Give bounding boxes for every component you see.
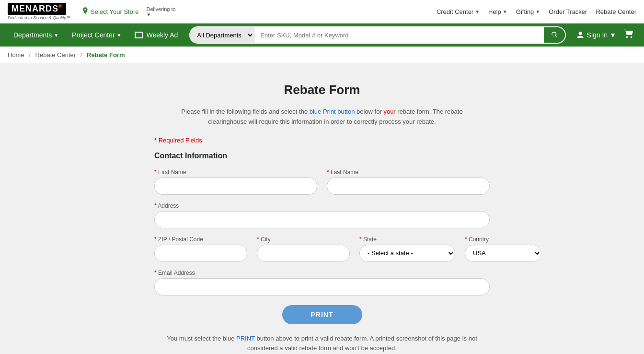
- city-input[interactable]: [257, 245, 350, 262]
- last-name-group: * Last Name: [327, 169, 490, 195]
- order-tracker-link[interactable]: Order Tracker: [549, 8, 587, 15]
- last-name-input[interactable]: [327, 177, 490, 195]
- top-right-links: Credit Center ▼ Help ▼ Gifting ▼ Order T…: [437, 8, 636, 15]
- email-label: * Email Address: [154, 270, 490, 276]
- required-fields-note: * Required Fields: [154, 137, 490, 144]
- credit-center-link[interactable]: Credit Center ▼: [437, 8, 480, 15]
- chevron-down-icon: ▼: [117, 33, 122, 38]
- logo-tagline: Dedicated to Service & Quality™: [8, 15, 70, 20]
- name-row: * First Name * Last Name: [154, 169, 490, 195]
- rebate-center-link[interactable]: Rebate Center: [596, 8, 636, 15]
- form-description: Please fill in the following fields and …: [154, 107, 490, 127]
- breadcrumb-rebate-center[interactable]: Rebate Center: [35, 51, 76, 59]
- store-select[interactable]: Select Your Store: [82, 7, 138, 16]
- search-input[interactable]: [254, 27, 543, 43]
- breadcrumb-current: Rebate Form: [87, 51, 125, 59]
- gifting-link[interactable]: Gifting ▼: [516, 8, 540, 15]
- weekly-ad-icon: [135, 32, 143, 38]
- form-footer-note: You must select the blue PRINT button ab…: [154, 334, 490, 354]
- last-name-label: * Last Name: [327, 169, 490, 176]
- search-button[interactable]: [544, 27, 565, 43]
- breadcrumb: Home / Rebate Center / Rebate Form: [0, 47, 644, 63]
- logo-area: MENARDS® Dedicated to Service & Quality™: [8, 3, 70, 20]
- chevron-down-icon: ▼: [503, 9, 507, 14]
- weekly-ad-nav[interactable]: Weekly Ad: [129, 24, 184, 47]
- country-select[interactable]: USA Canada: [465, 245, 541, 262]
- state-group: * State - Select a state - Alabama Alask…: [359, 236, 455, 262]
- first-name-label: * First Name: [154, 169, 317, 176]
- form-container: Rebate Form Please fill in the following…: [135, 73, 509, 354]
- sign-in-button[interactable]: Sign In ▼: [572, 30, 620, 40]
- chevron-down-icon: ▼: [54, 33, 58, 38]
- city-label: * City: [257, 236, 350, 243]
- print-button[interactable]: PRINT: [282, 305, 362, 324]
- email-input[interactable]: [154, 278, 490, 295]
- country-group: * Country USA Canada: [465, 236, 541, 262]
- zip-input[interactable]: [154, 245, 247, 262]
- chevron-down-icon: ▼: [475, 9, 480, 14]
- chevron-down-icon: ▼: [535, 9, 540, 14]
- top-bar: MENARDS® Dedicated to Service & Quality™…: [0, 0, 644, 24]
- logo: MENARDS®: [8, 3, 66, 15]
- zip-group: * ZIP / Postal Code: [154, 236, 247, 262]
- city-group: * City: [257, 236, 350, 262]
- help-link[interactable]: Help ▼: [488, 8, 507, 15]
- address-input[interactable]: [154, 211, 490, 228]
- first-name-input[interactable]: [154, 177, 317, 195]
- user-icon: [575, 30, 585, 40]
- contact-info-heading: Contact Information: [154, 152, 490, 160]
- cart-button[interactable]: [622, 28, 636, 42]
- state-select[interactable]: - Select a state - Alabama Alaska Arizon…: [359, 245, 455, 262]
- state-label: * State: [359, 236, 455, 243]
- country-label: * Country: [465, 236, 541, 243]
- address-row: * Address: [154, 202, 490, 228]
- page-title: Rebate Form: [154, 83, 490, 97]
- address-group: * Address: [154, 202, 490, 228]
- search-bar: All Departments: [189, 26, 565, 44]
- location-icon: [82, 7, 89, 16]
- main-content: Rebate Form Please fill in the following…: [0, 63, 644, 354]
- nav-bar: Departments ▼ Project Center ▼ Weekly Ad…: [0, 24, 644, 47]
- project-center-nav[interactable]: Project Center ▼: [66, 24, 127, 47]
- search-icon: [551, 31, 558, 39]
- location-row: * ZIP / Postal Code * City * State - Sel…: [154, 236, 490, 262]
- departments-nav[interactable]: Departments ▼: [8, 24, 64, 47]
- department-select[interactable]: All Departments: [190, 27, 254, 43]
- first-name-group: * First Name: [154, 169, 317, 195]
- zip-label: * ZIP / Postal Code: [154, 236, 247, 243]
- breadcrumb-home[interactable]: Home: [8, 51, 24, 59]
- address-label: * Address: [154, 202, 490, 209]
- cart-icon: [624, 28, 634, 39]
- nav-right: Sign In ▼: [572, 28, 636, 42]
- delivering-to[interactable]: Delivering to ▼: [147, 6, 176, 17]
- chevron-down-icon: ▼: [610, 31, 616, 39]
- email-row: * Email Address: [154, 270, 490, 295]
- email-group: * Email Address: [154, 270, 490, 295]
